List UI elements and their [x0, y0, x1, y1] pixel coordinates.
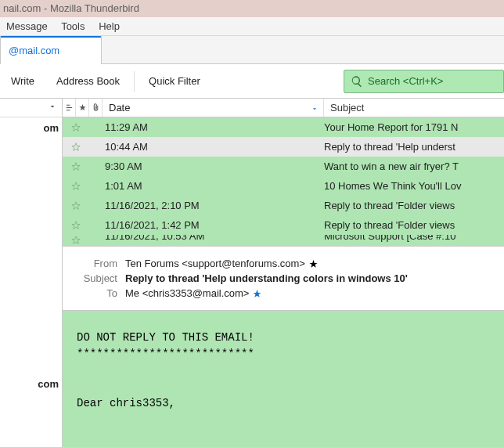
quick-filter-button[interactable]: Quick Filter — [138, 64, 211, 99]
from-label: From — [72, 258, 117, 269]
star-toggle[interactable] — [63, 181, 89, 192]
message-list: 11:29 AMYour Home Report for 1791 N10:44… — [63, 117, 504, 246]
message-subject: Want to win a new air fryer? T — [324, 160, 504, 172]
menu-message[interactable]: Message — [6, 20, 48, 32]
message-subject: Your Home Report for 1791 N — [324, 121, 504, 133]
message-row[interactable]: 1:01 AM10 Homes We Think You'll Lov — [63, 176, 504, 196]
message-date: 1:01 AM — [89, 180, 324, 192]
from-value: Ten Forums <support@tenforums.com> — [125, 258, 319, 269]
to-label: To — [72, 287, 117, 299]
message-row[interactable]: 10:44 AMReply to thread 'Help underst — [63, 137, 504, 157]
message-date: 9:30 AM — [89, 160, 324, 172]
star-toggle[interactable] — [63, 235, 89, 246]
message-body: DO NOT REPLY TO THIS EMAIL! ************… — [63, 311, 504, 447]
column-thread-icon[interactable] — [63, 99, 76, 117]
menu-help[interactable]: Help — [99, 20, 120, 32]
star-toggle[interactable] — [63, 122, 89, 133]
subject-label: Subject — [72, 272, 117, 284]
toolbar: Write Address Book Quick Filter — [0, 64, 504, 99]
message-row[interactable]: 11/16/2021, 1:42 PMReply to thread 'Fold… — [63, 215, 504, 235]
message-date: 11:29 AM — [89, 121, 324, 133]
folder-sidebar: om com — [0, 99, 63, 447]
column-date-label: Date — [109, 102, 130, 114]
message-date: 11/16/2021, 2:10 PM — [89, 200, 324, 211]
chevron-down-icon — [48, 102, 57, 114]
sort-descending-icon — [311, 103, 319, 115]
message-subject: Reply to thread 'Folder views — [324, 219, 504, 231]
star-toggle[interactable] — [63, 142, 89, 153]
to-value: Me <chris3353@mail.com> — [125, 287, 262, 299]
message-row[interactable]: 9:30 AMWant to win a new air fryer? T — [63, 157, 504, 176]
message-date: 10:44 AM — [89, 141, 324, 153]
write-button[interactable]: Write — [0, 64, 45, 99]
search-icon — [351, 75, 363, 88]
column-attachment-icon[interactable] — [89, 99, 103, 117]
message-subject: 10 Homes We Think You'll Lov — [324, 180, 504, 192]
message-row[interactable]: 11/16/2021, 10:53 AMMicrosoft Support [C… — [63, 235, 504, 246]
sidebar-account-1[interactable]: om — [0, 117, 62, 139]
search-box[interactable] — [344, 70, 504, 93]
toolbar-separator — [134, 71, 135, 92]
message-header-pane: From Ten Forums <support@tenforums.com> … — [63, 246, 504, 311]
message-subject: Reply to thread 'Help underst — [324, 141, 504, 153]
message-subject: Microsoft Support [Case #:10 — [324, 235, 504, 242]
star-toggle[interactable] — [63, 200, 89, 211]
window-titlebar: nail.com - Mozilla Thunderbird — [0, 0, 504, 17]
message-row[interactable]: 11:29 AMYour Home Report for 1791 N — [63, 117, 504, 137]
star-toggle[interactable] — [63, 220, 89, 231]
address-book-button[interactable]: Address Book — [45, 64, 131, 99]
menu-bar: Message Tools Help — [0, 17, 504, 36]
sidebar-header[interactable] — [0, 99, 62, 117]
subject-value: Reply to thread 'Help understanding colo… — [125, 272, 408, 284]
tab-strip: @mail.com — [0, 36, 504, 64]
star-toggle[interactable] — [63, 161, 89, 172]
message-subject: Reply to thread 'Folder views — [324, 200, 504, 211]
search-input[interactable] — [368, 75, 493, 87]
menu-tools[interactable]: Tools — [61, 20, 85, 32]
sidebar-account-2[interactable]: com — [0, 373, 62, 395]
message-date: 11/16/2021, 1:42 PM — [89, 219, 324, 231]
tab-account[interactable]: @mail.com — [0, 36, 102, 64]
contact-star-icon[interactable] — [252, 289, 262, 299]
contact-star-icon[interactable] — [308, 259, 319, 269]
column-star-icon[interactable] — [76, 99, 89, 117]
column-subject[interactable]: Subject — [324, 99, 504, 117]
message-date: 11/16/2021, 10:53 AM — [89, 235, 324, 242]
column-header-row: Date Subject — [63, 99, 504, 117]
column-date[interactable]: Date — [103, 99, 324, 117]
message-row[interactable]: 11/16/2021, 2:10 PMReply to thread 'Fold… — [63, 196, 504, 215]
